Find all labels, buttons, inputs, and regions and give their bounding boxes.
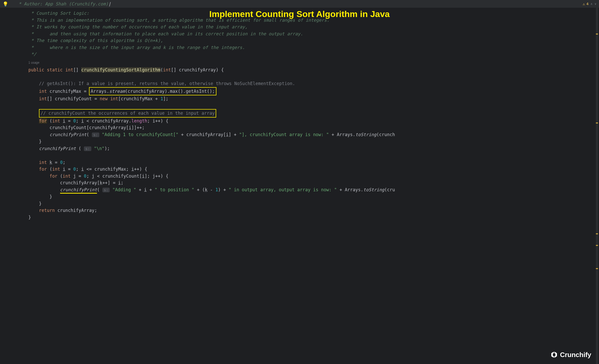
crunchify-logo: Crunchify [550, 351, 591, 359]
print-call-1: crunchifyPrint( s: "Adding 1 to crunchif… [28, 131, 599, 138]
scroll-marker[interactable] [596, 233, 598, 234]
k-declaration: int k = 0; [28, 159, 599, 166]
scroll-marker[interactable] [596, 122, 598, 123]
for-loop-2: for (int i = 0; i <= crunchifyMax; i++) … [28, 166, 599, 173]
close-brace-3: } [28, 200, 599, 207]
usages-hint[interactable]: 1 usage [28, 59, 599, 66]
warning-badge[interactable]: ⚠ 4 [583, 2, 589, 6]
page-title: Implement Counting Sort Algorithm in Jav… [209, 9, 390, 19]
nav-down-icon[interactable]: ∨ [595, 2, 596, 6]
logo-text: Crunchify [560, 351, 591, 359]
lightbulb-icon[interactable]: 💡 [3, 1, 8, 7]
scroll-marker[interactable] [596, 245, 598, 246]
close-brace-2: } [28, 193, 599, 200]
crunchify-logo-icon [550, 351, 558, 359]
code-editor[interactable]: * Counting Sort Logic: * This is an impl… [0, 8, 599, 221]
return-statement: return crunchifyArray; [28, 207, 599, 214]
comment-count-occurrences: // crunchifyCount the occurrences of eac… [28, 109, 599, 118]
top-bar: 💡 * Author: App Shah (Crunchify.com)| ⚠ … [0, 0, 599, 8]
comment-getasint: // getAsInt(): If a value is present, re… [28, 80, 599, 87]
scrollbar-track[interactable] [596, 8, 598, 364]
print-call-2: crunchifyPrint( s: "Adding " + i + " to … [28, 186, 599, 194]
for-loop-1: for (int i = 0; i < crunchifyArray.lengt… [28, 118, 599, 125]
close-brace-4: } [28, 214, 599, 221]
warning-count: 4 [586, 2, 588, 6]
for-loop-3: for (int j = 0; j < crunchifyCount[i]; j… [28, 173, 599, 180]
print-newline: crunchifyPrint ( s: "\n"); [28, 145, 599, 152]
array-assign: crunchifyArray[k++] = i; [28, 179, 599, 186]
method-signature: public static int[] crunchifyCountingSor… [28, 67, 599, 73]
top-comment-line: * Author: App Shah (Crunchify.com)| [19, 1, 583, 6]
max-declaration: int crunchifyMax = Arrays.stream(crunchi… [28, 87, 599, 96]
scroll-marker[interactable] [596, 34, 598, 35]
nav-up-icon[interactable]: ∧ [591, 2, 593, 6]
warning-icon: ⚠ [583, 2, 585, 6]
count-increment: crunchifyCount[crunchifyArray[i]]++; [28, 124, 599, 131]
close-brace-1: } [28, 138, 599, 145]
nav-arrows: ∧ ∨ [591, 2, 596, 6]
scroll-marker[interactable] [596, 268, 598, 269]
count-declaration: int[] crunchifyCount = new int[crunchify… [28, 95, 599, 102]
